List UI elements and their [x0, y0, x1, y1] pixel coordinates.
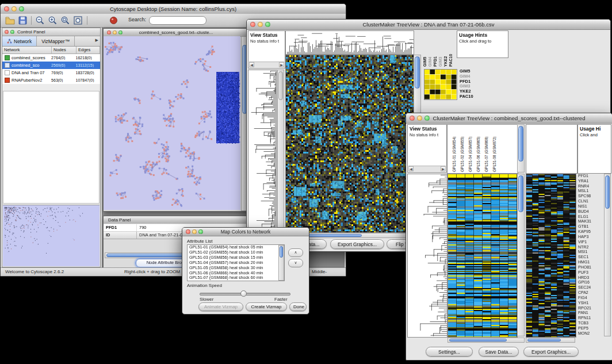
minimize-button[interactable] — [192, 229, 197, 234]
network-row[interactable]: DNA and Tran 07 769(0) 183728(0) — [2, 69, 100, 76]
gene-label[interactable]: ELG1 — [578, 214, 603, 220]
create-vizmap-button[interactable]: Create Vizmap — [246, 302, 287, 311]
column-dendrogram[interactable] — [285, 30, 414, 55]
dialog-titlebar[interactable]: Map Colors to Network — [182, 228, 309, 236]
annotation-icon[interactable] — [109, 16, 118, 25]
move-up-button[interactable]: ∧ — [288, 248, 303, 257]
scrollbar-thumb[interactable] — [278, 71, 283, 100]
scrollbar-thumb[interactable] — [449, 339, 507, 342]
desktop-titlebar[interactable]: Cytoscape Desktop (Session Name: collins… — [1, 4, 346, 14]
gene-label[interactable]: YSH1 — [578, 301, 603, 306]
tab-network[interactable]: Network — [2, 36, 37, 46]
export-graphics-button[interactable]: Export Graphics... — [523, 347, 579, 357]
done-button[interactable]: Done — [289, 302, 307, 311]
heatmap-horizontal-scrollbar[interactable] — [447, 338, 525, 343]
gene-label[interactable]: PUF3 — [578, 270, 603, 275]
secondary-heatmap-canvas[interactable] — [526, 174, 576, 338]
close-button[interactable] — [5, 30, 9, 34]
move-down-button[interactable]: ∨ — [288, 259, 303, 267]
zoom-selected-icon[interactable] — [60, 16, 70, 25]
close-button[interactable] — [410, 116, 415, 121]
more-tabs-icon[interactable]: ▶ — [95, 38, 98, 43]
slider-thumb[interactable] — [240, 290, 247, 297]
gene-label[interactable]: FIG4 — [578, 296, 603, 301]
gene-label[interactable]: HMG1 — [578, 260, 603, 265]
gene-label[interactable]: SEC24 — [578, 285, 603, 290]
gene-label[interactable]: RNR4 — [578, 184, 603, 189]
gene-label[interactable]: NIS1 — [578, 204, 603, 209]
zoom-button[interactable] — [118, 30, 123, 35]
close-button[interactable] — [4, 6, 9, 12]
animate-vizmap-button[interactable]: Animate Vizmap — [198, 302, 243, 311]
close-button[interactable] — [250, 22, 255, 27]
scroll-right-icon[interactable]: ▶ — [441, 166, 446, 171]
data-panel-titlebar[interactable]: Data Panel — [104, 216, 248, 224]
gene-label[interactable]: MSL1 — [578, 189, 603, 194]
gene-label[interactable]: MAK31 — [578, 219, 603, 224]
minimize-button[interactable] — [417, 116, 422, 121]
zoom-button[interactable] — [265, 22, 270, 27]
gene-label[interactable]: PAN1 — [578, 311, 603, 316]
dendrogram-scrollbar[interactable] — [277, 70, 284, 232]
gene-list-scrollbar[interactable] — [604, 174, 611, 336]
zoom-out-icon[interactable] — [35, 16, 45, 25]
control-panel-titlebar[interactable]: Control Panel — [2, 28, 100, 36]
save-session-icon[interactable] — [18, 16, 28, 25]
treeview2-titlebar[interactable]: ClusterMaker TreeView : combined_scores_… — [406, 113, 612, 124]
network-view-titlebar[interactable]: combined_scores_good.txt--cluste... — [104, 29, 248, 37]
row-dendrogram[interactable] — [248, 70, 278, 233]
close-button[interactable] — [186, 229, 190, 234]
scrollbar-thumb[interactable] — [106, 254, 193, 257]
scrollbar-thumb[interactable] — [415, 56, 420, 89]
gene-label[interactable]: CLN1 — [578, 199, 603, 204]
zoom-button[interactable] — [19, 6, 24, 12]
save-data-button[interactable]: Save Data... — [479, 347, 519, 357]
column-labels-scrollbar[interactable] — [517, 124, 525, 173]
gene-label[interactable]: GTB1 — [578, 224, 603, 229]
gene-label[interactable]: PFD1 — [578, 174, 603, 179]
heatmap-canvas[interactable] — [447, 174, 518, 338]
similarity-matrix[interactable] — [424, 69, 457, 100]
search-input[interactable] — [149, 16, 206, 25]
network-row[interactable]: combined_sco 2569(6) 13112(15) — [2, 62, 100, 69]
settings-button[interactable]: Settings... — [426, 347, 473, 357]
gene-label[interactable]: MSI1 — [578, 250, 603, 255]
secondary-horizontal-scrollbar[interactable] — [526, 338, 575, 343]
minimize-button[interactable] — [12, 6, 17, 12]
heatmap-canvas[interactable] — [285, 55, 414, 233]
gene-label[interactable]: VIP1 — [578, 240, 603, 245]
gene-label[interactable]: TCB3 — [578, 321, 603, 326]
scrollbar-thumb[interactable] — [605, 175, 610, 209]
scroll-left-icon[interactable]: ◀ — [408, 166, 414, 171]
gene-label[interactable]: CPA2 — [578, 290, 603, 296]
gene-label[interactable]: GPI16 — [578, 280, 603, 285]
gene-label[interactable]: MON2 — [578, 331, 603, 336]
view-status-scrollbar[interactable]: ◀ ▶ — [249, 62, 284, 67]
attribute-item[interactable]: GPL51-07 (GSM868) heat shock 60 min — [188, 275, 284, 281]
gene-label[interactable]: PEP5 — [578, 326, 603, 331]
network-row[interactable]: RNAPuberNov2 563(0) 107847(0) — [2, 76, 100, 84]
gene-label[interactable]: BUD4 — [578, 209, 603, 214]
gene-label[interactable]: HRD3 — [578, 275, 603, 281]
scroll-right-icon[interactable]: ▶ — [279, 62, 284, 67]
gene-label[interactable]: YRA1 — [578, 179, 603, 184]
view-status-scrollbar[interactable]: ◀ ▶ — [408, 166, 446, 171]
zoom-button[interactable] — [198, 229, 203, 234]
open-session-icon[interactable] — [5, 16, 15, 25]
gene-label[interactable]: NTR2 — [578, 245, 603, 250]
zoom-button[interactable] — [10, 30, 14, 34]
gene-label[interactable]: RPN11 — [578, 316, 603, 321]
scrollbar-thumb[interactable] — [518, 126, 523, 162]
gene-label[interactable]: SEC1 — [578, 255, 603, 260]
scrollbar-thumb[interactable] — [518, 175, 523, 212]
zoom-in-icon[interactable] — [48, 16, 58, 25]
treeview1-titlebar[interactable]: ClusterMaker TreeView : DNA and Tran 07-… — [247, 20, 610, 30]
zoom-button[interactable] — [424, 116, 430, 121]
network-row[interactable]: combined_scores 2764(0) 16218(0) — [2, 54, 100, 62]
gene-label[interactable]: HAP3 — [578, 235, 603, 240]
list-scrollbar[interactable] — [278, 245, 284, 281]
minimize-button[interactable] — [258, 22, 263, 27]
gene-label[interactable]: PHO81 — [578, 265, 603, 270]
row-dendrogram[interactable] — [407, 174, 447, 338]
scrollbar-thumb[interactable] — [280, 246, 283, 258]
